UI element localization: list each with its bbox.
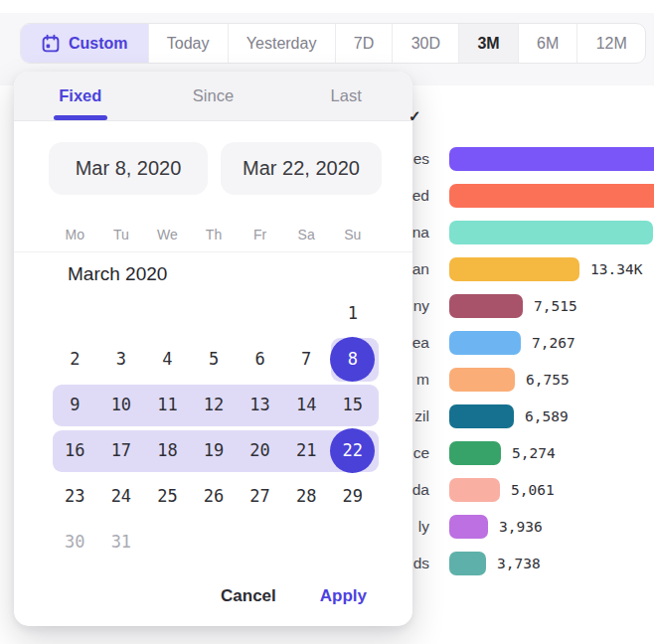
- day-cell[interactable]: 28: [283, 473, 330, 519]
- month-label: March 2020: [68, 263, 167, 285]
- toolbar-item-custom[interactable]: Custom: [21, 24, 149, 63]
- day-cell[interactable]: 2: [52, 336, 98, 382]
- modal-footer: Cancel Apply: [221, 586, 367, 606]
- day-cell-range-end[interactable]: 22: [329, 427, 376, 473]
- day-cell[interactable]: 27: [237, 473, 283, 519]
- day-cell[interactable]: 12: [191, 382, 238, 427]
- bar[interactable]: [449, 294, 523, 318]
- day-cell[interactable]: 1: [329, 290, 376, 336]
- calendar-icon: [41, 34, 61, 54]
- toolbar-item-12m[interactable]: 12M: [577, 24, 645, 63]
- day-cell-muted[interactable]: 31: [98, 519, 145, 564]
- bar[interactable]: [449, 221, 653, 244]
- calendar-week-row: 9 10 11 12 13 14 15: [52, 382, 376, 427]
- day-cell[interactable]: 4: [144, 336, 191, 382]
- toolbar-item-label: 12M: [596, 35, 627, 53]
- day-cell[interactable]: [52, 290, 98, 336]
- day-cell[interactable]: [98, 290, 145, 336]
- page-top-strip: [0, 0, 654, 13]
- date-picker-tabs: Fixed Since Last: [14, 72, 412, 121]
- bar-value: 13.34K: [590, 257, 642, 281]
- day-cell[interactable]: 3: [98, 336, 145, 382]
- tab-label: Last: [331, 86, 362, 105]
- day-cell-range-start[interactable]: 8: [329, 336, 376, 382]
- day-cell[interactable]: [144, 519, 191, 564]
- day-cell[interactable]: 24: [98, 473, 145, 519]
- divider: [14, 251, 412, 252]
- day-cell[interactable]: 25: [144, 473, 191, 519]
- day-cell[interactable]: [191, 519, 238, 564]
- day-cell[interactable]: 18: [144, 427, 191, 473]
- toolbar-item-label: Today: [167, 35, 210, 53]
- tab-label: Since: [193, 86, 234, 105]
- tab-last[interactable]: Last: [279, 72, 412, 120]
- bar[interactable]: [449, 184, 654, 208]
- bar-value: 6,589: [525, 404, 569, 428]
- day-cell[interactable]: 23: [52, 473, 98, 519]
- tab-since[interactable]: Since: [147, 72, 280, 120]
- bar-value: 7,515: [534, 294, 577, 318]
- cancel-button[interactable]: Cancel: [221, 586, 276, 606]
- day-cell[interactable]: 11: [144, 382, 191, 427]
- bar[interactable]: [449, 404, 514, 428]
- calendar-week-row: 2 3 4 5 6 7 8: [52, 336, 376, 382]
- day-cell[interactable]: 21: [283, 427, 330, 473]
- calendar-week-row: 1: [52, 290, 376, 336]
- day-cell[interactable]: [191, 290, 238, 336]
- day-cell[interactable]: 6: [237, 336, 283, 382]
- toolbar-item-yesterday[interactable]: Yesterday: [229, 24, 336, 63]
- bar[interactable]: [449, 478, 500, 502]
- start-date-input[interactable]: Mar 8, 2020: [49, 142, 208, 195]
- bar[interactable]: [449, 368, 515, 392]
- day-cell[interactable]: 9: [52, 382, 98, 427]
- toolbar-item-30d[interactable]: 30D: [393, 24, 459, 63]
- toolbar-item-label: Custom: [69, 35, 128, 53]
- day-cell[interactable]: 10: [98, 382, 145, 427]
- day-cell[interactable]: 14: [283, 382, 330, 427]
- toolbar-item-label: 6M: [537, 35, 559, 53]
- day-cell[interactable]: 13: [237, 382, 283, 427]
- end-date-input[interactable]: Mar 22, 2020: [221, 142, 382, 195]
- day-cell[interactable]: [283, 519, 330, 564]
- day-cell[interactable]: [237, 290, 283, 336]
- day-cell[interactable]: 7: [283, 336, 330, 382]
- toolbar-item-label: 30D: [411, 35, 440, 53]
- toolbar-item-label: 7D: [354, 35, 374, 53]
- toolbar-item-7d[interactable]: 7D: [336, 24, 394, 63]
- day-cell[interactable]: [144, 290, 191, 336]
- day-cell[interactable]: [329, 519, 376, 564]
- day-cell[interactable]: 16: [52, 427, 98, 473]
- day-cell[interactable]: 19: [191, 427, 238, 473]
- day-cell[interactable]: [283, 290, 330, 336]
- day-cell[interactable]: 29: [329, 473, 376, 519]
- toolbar-item-today[interactable]: Today: [149, 24, 229, 63]
- bar-value: 5,274: [512, 441, 556, 465]
- weekday: Th: [191, 223, 238, 246]
- day-cell[interactable]: [237, 519, 283, 564]
- bar[interactable]: [449, 515, 488, 539]
- bar[interactable]: [449, 147, 654, 171]
- day-cell[interactable]: 26: [191, 473, 238, 519]
- bar-value: 3,738: [497, 552, 541, 575]
- day-cell[interactable]: 20: [237, 427, 283, 473]
- bar[interactable]: [449, 257, 579, 281]
- bar[interactable]: [449, 441, 501, 465]
- toolbar-item-6m[interactable]: 6M: [519, 24, 578, 63]
- toolbar-item-3m[interactable]: 3M: [459, 24, 519, 63]
- day-cell[interactable]: 15: [329, 382, 376, 427]
- weekday: Su: [329, 223, 376, 246]
- bar-value: 3,936: [499, 515, 543, 539]
- day-cell[interactable]: 5: [191, 336, 238, 382]
- bar-value: 7,267: [532, 331, 575, 355]
- tab-fixed[interactable]: Fixed: [14, 72, 147, 120]
- weekday-header: Mo Tu We Th Fr Sa Su: [52, 223, 376, 246]
- apply-button[interactable]: Apply: [320, 586, 367, 606]
- day-cell-muted[interactable]: 30: [52, 519, 98, 564]
- calendar-week-row: 30 31: [52, 519, 376, 564]
- weekday: We: [144, 223, 191, 246]
- weekday: Sa: [283, 223, 330, 246]
- day-cell[interactable]: 17: [98, 427, 145, 473]
- bar[interactable]: [449, 552, 486, 575]
- bar[interactable]: [449, 331, 521, 355]
- toolbar-item-label: Yesterday: [246, 35, 317, 53]
